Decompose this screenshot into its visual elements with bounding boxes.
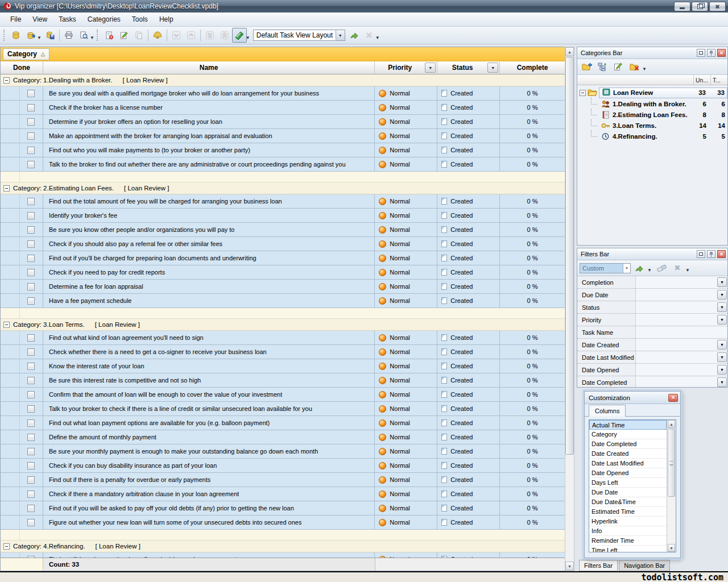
task-row[interactable]: Have a fee payment scheduleNormalCreated… — [1, 294, 565, 308]
open-database-dropdown-icon[interactable]: ▼ — [37, 35, 42, 40]
task-checkbox[interactable] — [27, 391, 35, 398]
task-checkbox[interactable] — [27, 419, 35, 427]
menu-file[interactable]: File — [5, 14, 27, 25]
column-option[interactable]: Due Date&Time — [589, 497, 667, 507]
delete-layout-button[interactable] — [362, 28, 377, 43]
filter-value-cell[interactable]: ▼ — [635, 339, 727, 351]
priority-filter-dropdown-icon[interactable]: ▼ — [425, 63, 436, 73]
task-row[interactable]: Find out if there is an option (on refin… — [1, 552, 565, 558]
collapse-icon[interactable] — [3, 185, 10, 192]
edit-task-button[interactable] — [117, 28, 131, 43]
task-checkbox[interactable] — [27, 198, 35, 205]
new-database-button[interactable] — [9, 28, 23, 43]
filter-value-cell[interactable] — [635, 326, 727, 338]
delete-filter-button[interactable] — [671, 261, 685, 275]
table-scrollbar[interactable]: ▲ ▼ — [565, 47, 574, 571]
task-checkbox[interactable] — [27, 118, 35, 126]
column-option[interactable]: Hyperlink — [589, 517, 667, 526]
column-option[interactable]: Actual Time — [589, 420, 667, 430]
column-option[interactable]: Date Last Modified — [589, 459, 667, 468]
tree-item---estimating-loan-fees-[interactable]: 2.Estimating Loan Fees.88 — [577, 109, 727, 120]
print-dropdown-icon[interactable]: ▼ — [90, 35, 94, 40]
filter-preset-combobox[interactable]: Custom ▼ — [580, 263, 631, 273]
columns-list-scrollbar[interactable]: ▲ ▼ — [667, 420, 676, 552]
tree-root-row[interactable]: Loan Review 33 33 — [577, 87, 727, 98]
task-row[interactable]: Know the interest rate of your loanNorma… — [1, 359, 565, 373]
task-row[interactable]: Check if you should also pay a referral … — [1, 237, 565, 251]
group-by-category-button[interactable]: Category △ — [3, 48, 49, 60]
filter-dropdown-icon[interactable]: ▼ — [717, 352, 727, 362]
task-row[interactable]: Identify your broker's feeNormalCreated0… — [1, 209, 565, 223]
filter-dropdown-icon[interactable]: ▼ — [717, 290, 727, 300]
filter-dropdown-icon[interactable]: ▼ — [717, 302, 727, 312]
task-row[interactable]: Determine a fee for loan appraisalNormal… — [1, 280, 565, 294]
tree-item---refinancing-[interactable]: 4.Refinancing.55 — [577, 131, 727, 142]
column-header-status[interactable]: Status ▼ — [437, 61, 500, 74]
layout-combobox-dropdown-icon[interactable]: ▼ — [336, 30, 345, 40]
task-row[interactable]: Find out if you'll be charged for prepar… — [1, 251, 565, 265]
category-group-row[interactable]: Category: 4.Refinancing.[ Loan Review ] — [1, 541, 565, 552]
task-checkbox[interactable] — [27, 104, 35, 111]
scroll-down-icon[interactable]: ▼ — [565, 562, 574, 571]
filter-dropdown-icon[interactable]: ▼ — [717, 365, 727, 375]
new-subcategory-button[interactable] — [595, 60, 610, 74]
task-row[interactable]: Find out who you will make payments to (… — [1, 143, 565, 157]
task-checkbox[interactable] — [27, 297, 35, 305]
task-row[interactable]: Find out if you will be asked to pay off… — [1, 501, 565, 516]
task-checkbox[interactable] — [27, 490, 35, 498]
column-option[interactable]: Date Opened — [589, 468, 667, 478]
list-scrollbar-thumb[interactable] — [668, 429, 675, 497]
task-checkbox[interactable] — [27, 161, 35, 168]
edit-category-button[interactable] — [611, 60, 626, 74]
task-checkbox[interactable] — [27, 363, 35, 370]
scroll-up-icon[interactable]: ▲ — [565, 47, 574, 56]
tab-filters-bar[interactable]: Filters Bar — [579, 560, 618, 571]
scrollbar-thumb[interactable] — [565, 57, 574, 455]
collapse-icon[interactable] — [3, 543, 10, 550]
task-checkbox[interactable] — [27, 377, 35, 384]
save-database-button[interactable] — [43, 28, 57, 43]
task-checkbox[interactable] — [27, 462, 35, 469]
category-group-row[interactable]: Category: 3.Loan Terms.[ Loan Review ] — [1, 319, 565, 331]
column-option[interactable]: Date Created — [589, 449, 667, 459]
task-row[interactable]: Check if there a mandatory arbitration c… — [1, 487, 565, 501]
task-checkbox[interactable] — [27, 519, 35, 526]
restore-button[interactable] — [692, 2, 708, 11]
task-row[interactable]: Make an appointment with the broker for … — [1, 129, 565, 143]
close-button[interactable]: ✕ — [709, 2, 726, 11]
column-header-priority[interactable]: Priority ▼ — [375, 61, 437, 74]
column-option[interactable]: Category — [589, 430, 667, 439]
filter-value-cell[interactable]: ▼ — [635, 364, 727, 376]
task-checkbox[interactable] — [27, 476, 35, 484]
task-row[interactable]: Be sure you know other people and/or org… — [1, 223, 565, 237]
collapse-icon[interactable] — [3, 77, 10, 84]
task-checkbox[interactable] — [27, 405, 35, 413]
category-group-row[interactable]: Category: 1.Dealing with a Broker.[ Loan… — [1, 74, 565, 86]
task-row[interactable]: Find out what kind of loan agreement you… — [1, 331, 565, 345]
menu-categories[interactable]: Categories — [82, 14, 126, 25]
reminder-button[interactable] — [150, 28, 165, 43]
column-option[interactable]: Date Completed — [589, 439, 667, 449]
filters-bar-close-button[interactable]: ✕ — [717, 250, 726, 258]
task-checkbox[interactable] — [27, 334, 35, 342]
task-view-layout-button[interactable] — [232, 28, 247, 43]
column-option[interactable]: Days Left — [589, 478, 667, 488]
task-row[interactable]: Find out what loan payment options are a… — [1, 416, 565, 430]
toolbar-grip[interactable] — [97, 30, 100, 41]
filter-value-cell[interactable]: ▼ — [635, 376, 727, 387]
status-filter-dropdown-icon[interactable]: ▼ — [487, 63, 498, 73]
filter-dropdown-icon[interactable]: ▼ — [717, 277, 727, 287]
task-checkbox[interactable] — [27, 269, 35, 276]
apply-filter-button[interactable] — [632, 261, 647, 275]
tree-item---loan-terms-[interactable]: 3.Loan Terms.1414 — [577, 120, 727, 131]
list-scroll-down-icon[interactable]: ▼ — [668, 544, 675, 552]
filters-bar-restore-button[interactable] — [697, 250, 705, 258]
categories-toolbar-dropdown-icon[interactable]: ▼ — [642, 66, 647, 72]
filter-value-cell[interactable]: ▼ — [635, 289, 727, 301]
column-option[interactable]: Reminder Time — [589, 536, 667, 546]
task-row[interactable]: Determine if your broker offers an optio… — [1, 115, 565, 129]
menu-tools[interactable]: Tools — [126, 14, 154, 25]
task-row[interactable]: Check if you need to pay for credit repo… — [1, 265, 565, 280]
categories-bar-restore-button[interactable] — [697, 49, 705, 57]
task-row[interactable]: Find out the total amount of fee you wil… — [1, 194, 565, 209]
